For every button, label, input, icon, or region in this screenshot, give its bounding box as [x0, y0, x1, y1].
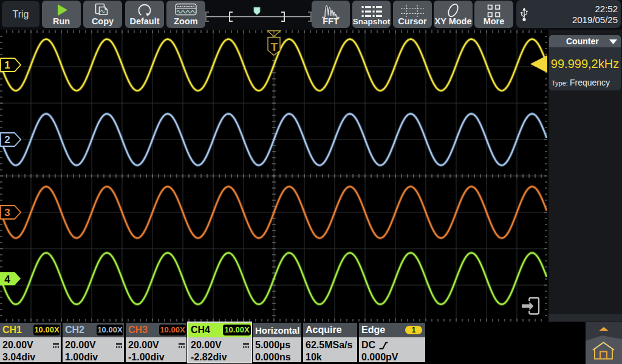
svg-text:4: 4	[4, 274, 10, 285]
svg-text:3: 3	[4, 207, 10, 218]
svg-text:2: 2	[4, 134, 10, 146]
svg-text:T: T	[271, 41, 278, 53]
svg-text:1: 1	[4, 59, 10, 71]
